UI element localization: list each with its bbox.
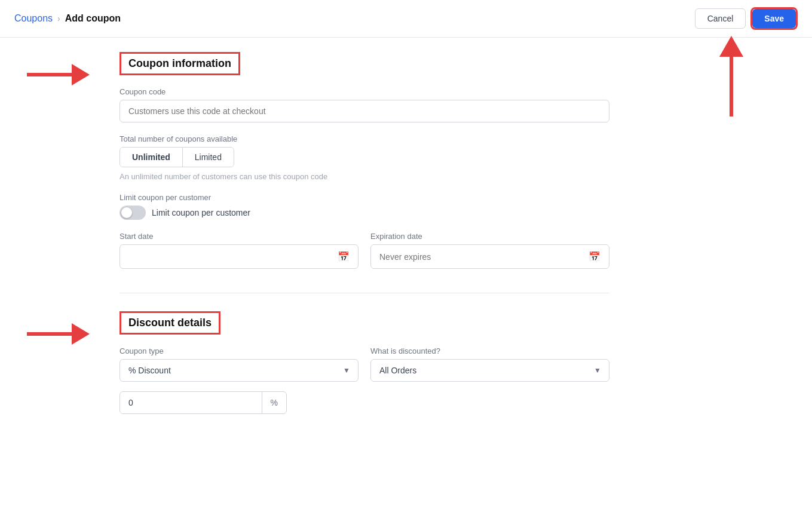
percent-symbol: % <box>262 392 286 413</box>
limit-per-customer-label: Limit coupon per customer <box>119 193 609 202</box>
arrow-shaft <box>27 73 72 76</box>
coupon-information-title: Coupon information <box>128 57 231 69</box>
start-date-calendar-icon: 📅 <box>338 251 350 262</box>
coupon-code-field: Coupon code <box>119 87 609 122</box>
save-arrow-annotation <box>719 36 743 116</box>
discount-value-field: % <box>119 391 609 414</box>
save-button-wrapper: Save <box>750 7 798 30</box>
coupon-code-label: Coupon code <box>119 87 609 96</box>
discount-details-title: Discount details <box>128 317 212 329</box>
coupon-type-field: Coupon type % Discount Fixed Amount Free… <box>119 347 358 382</box>
start-date-input[interactable] <box>128 252 338 262</box>
page-title: Add coupon <box>65 13 121 24</box>
coupon-information-title-box: Coupon information <box>119 52 240 75</box>
arrow-shaft-2 <box>27 332 72 336</box>
discount-value-input[interactable] <box>120 392 262 413</box>
start-date-field: Start date 📅 <box>119 232 358 269</box>
toggle-knob <box>121 207 132 218</box>
what-discounted-dropdown-wrapper: All Orders Specific Products Specific Ca… <box>370 359 609 382</box>
date-fields-row: Start date 📅 Expiration date 📅 <box>119 232 609 269</box>
save-button[interactable]: Save <box>752 9 796 28</box>
header: Coupons › Add coupon Cancel Save <box>0 0 812 38</box>
limit-toggle-switch[interactable] <box>119 206 146 220</box>
discount-details-section: Discount details Coupon type % Discount … <box>119 311 609 414</box>
coupon-type-select[interactable]: % Discount Fixed Amount Free Shipping <box>119 359 358 382</box>
coupon-type-label: Coupon type <box>119 347 358 355</box>
expiration-date-field: Expiration date 📅 <box>370 232 609 269</box>
expiration-date-input[interactable] <box>379 252 589 262</box>
coupon-type-dropdown-wrapper: % Discount Fixed Amount Free Shipping ▼ <box>119 359 358 382</box>
unlimited-hint: An unlimited number of customers can use… <box>119 172 609 181</box>
arrow-up-head <box>719 36 743 57</box>
limit-toggle-row: Limit coupon per customer <box>119 206 609 220</box>
what-discounted-label: What is discounted? <box>370 347 609 355</box>
header-actions: Cancel Save <box>695 7 798 30</box>
expiration-date-calendar-icon: 📅 <box>589 251 600 262</box>
breadcrumb: Coupons › Add coupon <box>14 13 121 24</box>
expiration-date-label: Expiration date <box>370 232 609 241</box>
discount-percent-input-wrapper: % <box>119 391 287 414</box>
main-content: Coupon information Coupon code Total num… <box>0 38 657 452</box>
what-discounted-select[interactable]: All Orders Specific Products Specific Ca… <box>370 359 609 382</box>
breadcrumb-separator: › <box>57 14 60 23</box>
limit-toggle-label: Limit coupon per customer <box>152 208 250 217</box>
unlimited-button[interactable]: Unlimited <box>120 148 183 167</box>
total-coupons-field: Total number of coupons available Unlimi… <box>119 134 609 181</box>
discount-details-title-box: Discount details <box>119 311 220 335</box>
coupon-code-input[interactable] <box>119 100 609 122</box>
section-divider <box>119 293 609 293</box>
limit-per-customer-field: Limit coupon per customer Limit coupon p… <box>119 193 609 220</box>
arrow-head <box>72 64 90 85</box>
coupon-information-section: Coupon information Coupon code Total num… <box>119 52 609 269</box>
breadcrumb-coupons-link[interactable]: Coupons <box>14 13 53 24</box>
limited-button[interactable]: Limited <box>183 148 234 167</box>
start-date-label: Start date <box>119 232 358 241</box>
total-coupons-label: Total number of coupons available <box>119 134 609 143</box>
what-discounted-field: What is discounted? All Orders Specific … <box>370 347 609 382</box>
coupon-limit-toggle-group: Unlimited Limited <box>119 147 234 167</box>
discount-dropdowns-row: Coupon type % Discount Fixed Amount Free… <box>119 347 609 382</box>
start-date-input-wrapper[interactable]: 📅 <box>119 244 358 269</box>
expiration-date-input-wrapper[interactable]: 📅 <box>370 244 609 269</box>
arrow-head-2 <box>72 323 90 345</box>
cancel-button[interactable]: Cancel <box>695 8 746 29</box>
arrow-up-shaft <box>730 57 733 116</box>
discount-section-arrow <box>27 323 90 345</box>
coupon-section-arrow <box>27 64 90 85</box>
